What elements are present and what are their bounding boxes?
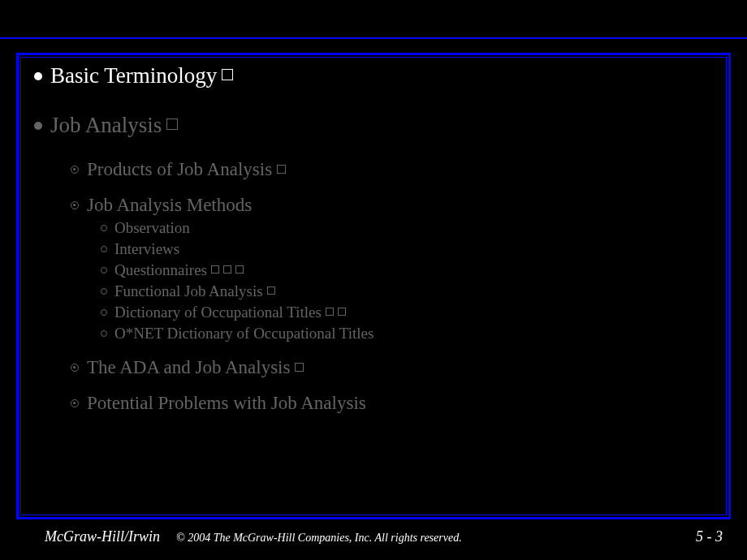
item-label: Basic Terminology [50,63,217,88]
item-products: Products of Job Analysis [71,159,716,180]
link-square-icon [223,265,231,274]
bullet-circle-icon [101,330,107,337]
link-square-icon [211,265,219,274]
link-square-icon [277,165,286,174]
bullet-circle-icon [101,246,107,252]
bullet-circle-icon [101,267,107,274]
link-square-icon [166,118,178,130]
item-questionnaires: Questionnaires [101,261,716,279]
footer-publisher: McGraw-Hill/Irwin [45,528,160,545]
link-square-icon [267,286,275,295]
item-problems: Potential Problems with Job Analysis [71,393,716,414]
link-square-icon [338,308,346,316]
link-square-icon [222,69,233,80]
bullet-target-icon [71,399,79,407]
top-rule [0,37,747,39]
bullet-target-icon [71,364,79,372]
slide: Basic Terminology Job Analysis Products … [0,0,747,560]
item-label: Dictionary of Occupational Titles [114,304,322,321]
link-square-icon [295,363,304,372]
bullet-disc-icon [34,122,42,130]
item-label: The ADA and Job Analysis [87,357,290,378]
item-fja: Functional Job Analysis [101,282,716,300]
item-onet: O*NET Dictionary of Occupational Titles [101,325,716,342]
item-label: Job Analysis Methods [87,195,252,216]
item-observation: Observation [101,219,716,237]
link-square-icon [235,265,244,274]
outline-content: Basic Terminology Job Analysis Products … [34,63,716,429]
bullet-circle-icon [101,288,107,295]
bullet-circle-icon [101,309,107,316]
slide-footer: McGraw-Hill/Irwin © 2004 The McGraw-Hill… [0,528,747,545]
item-label: O*NET Dictionary of Occupational Titles [114,325,374,342]
item-label: Job Analysis [50,113,162,138]
footer-page-number: 5 - 3 [696,528,723,545]
item-job-analysis: Job Analysis [34,113,716,138]
item-dot: Dictionary of Occupational Titles [101,304,716,321]
item-label: Interviews [114,240,179,258]
link-square-icon [326,308,334,316]
item-basic-terminology: Basic Terminology [34,63,716,88]
item-label: Observation [114,219,190,237]
item-label: Products of Job Analysis [87,159,272,180]
footer-copyright: © 2004 The McGraw-Hill Companies, Inc. A… [176,532,696,545]
bullet-circle-icon [101,225,107,231]
item-label: Questionnaires [114,261,207,279]
item-methods: Job Analysis Methods [71,195,716,216]
bullet-disc-icon [34,72,42,80]
bullet-target-icon [71,166,79,174]
bullet-target-icon [71,201,79,209]
item-ada: The ADA and Job Analysis [71,357,716,378]
item-label: Potential Problems with Job Analysis [87,393,366,414]
item-label: Functional Job Analysis [114,282,263,300]
item-interviews: Interviews [101,240,716,258]
